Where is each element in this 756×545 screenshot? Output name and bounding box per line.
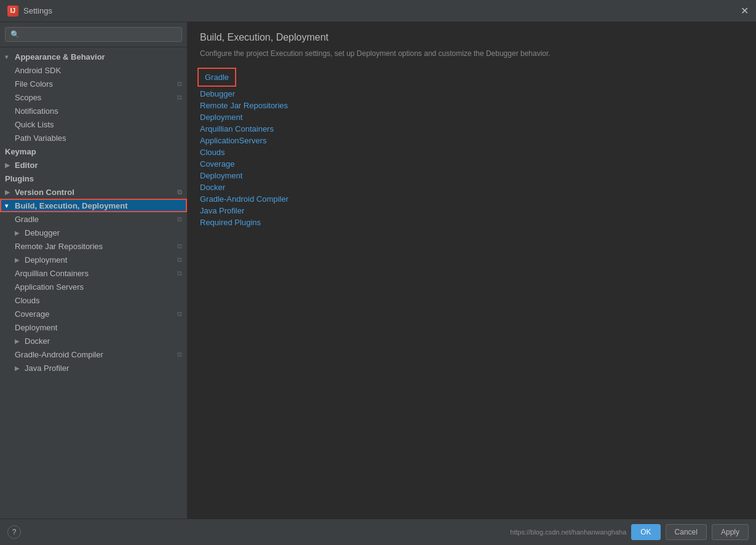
expand-icon: ▶ — [15, 338, 22, 344]
panel-link-coverage[interactable]: Coverage — [200, 158, 744, 170]
sidebar-item-editor[interactable]: ▶ Editor — [0, 158, 187, 172]
expand-icon: ▶ — [5, 189, 12, 196]
panel-link-deployment2[interactable]: Deployment — [200, 170, 744, 181]
sidebar-tree: ▾ Appearance & Behavior Android SDK File… — [0, 47, 187, 519]
gradle-link-wrapper: Gradle — [200, 70, 744, 86]
copy-icon: ⧉ — [177, 93, 182, 101]
sidebar-item-label: Application Servers — [15, 282, 84, 292]
copy-icon: ⧉ — [177, 215, 182, 223]
sidebar-item-label: Deployment — [15, 323, 57, 332]
sidebar-item-label: Debugger — [25, 228, 60, 237]
sidebar-item-debugger[interactable]: ▶ Debugger — [0, 226, 187, 239]
right-panel: Build, Execution, Deployment Configure t… — [188, 22, 756, 519]
sidebar-item-version-control[interactable]: ▶ Version Control ⧉ — [0, 185, 187, 199]
panel-link-clouds[interactable]: Clouds — [200, 146, 744, 158]
bottom-bar: ? https://blog.csdn.net/hanhanwanghaha O… — [0, 519, 756, 545]
panel-link-java-profiler[interactable]: Java Profiler — [200, 205, 744, 217]
close-button[interactable]: ✕ — [741, 5, 749, 17]
expand-icon: ▶ — [15, 365, 22, 372]
sidebar-item-label: Scopes — [15, 93, 41, 102]
sidebar-item-deployment[interactable]: ▶ Deployment ⧉ — [0, 253, 187, 266]
sidebar-item-java-profiler[interactable]: ▶ Java Profiler — [0, 361, 187, 375]
sidebar-item-label: Version Control — [15, 188, 74, 197]
expand-icon: ▶ — [15, 229, 22, 236]
sidebar-item-label: Plugins — [5, 174, 34, 183]
sidebar: ▾ Appearance & Behavior Android SDK File… — [0, 22, 188, 519]
search-input[interactable] — [5, 27, 182, 42]
sidebar-item-coverage[interactable]: Coverage ⧉ — [0, 307, 187, 320]
sidebar-item-label: Gradle-Android Compiler — [15, 350, 103, 359]
sidebar-item-label: Keymap — [5, 147, 36, 156]
url-hint: https://blog.csdn.net/hanhanwanghaha — [510, 528, 626, 536]
sidebar-item-remote-jar-repos[interactable]: Remote Jar Repositories ⧉ — [0, 239, 187, 253]
search-box — [0, 22, 187, 47]
title-bar-left: IJ Settings — [7, 6, 52, 17]
sidebar-item-label: Notifications — [15, 106, 58, 116]
sidebar-item-scopes[interactable]: Scopes ⧉ — [0, 90, 187, 104]
settings-window: IJ Settings ✕ ▾ Appearance & Behavior An… — [0, 0, 756, 545]
expand-icon: ▶ — [15, 257, 22, 263]
sidebar-item-label: Gradle — [15, 215, 39, 224]
bottom-right: https://blog.csdn.net/hanhanwanghaha OK … — [510, 524, 749, 540]
copy-icon: ⧉ — [177, 310, 182, 318]
sidebar-item-label: Java Profiler — [25, 364, 69, 373]
copy-icon: ⧉ — [177, 80, 182, 88]
panel-link-remote-jar-repos[interactable]: Remote Jar Repositories — [200, 100, 744, 111]
copy-icon: ⧉ — [177, 269, 182, 277]
copy-icon: ⧉ — [177, 242, 182, 250]
panel-link-application-servers[interactable]: ApplicationServers — [200, 135, 744, 146]
help-button[interactable]: ? — [7, 525, 21, 539]
panel-title: Build, Execution, Deployment — [200, 32, 744, 43]
sidebar-item-plugins[interactable]: Plugins — [0, 172, 187, 185]
sidebar-item-label: Coverage — [15, 309, 49, 319]
sidebar-item-label: Android SDK — [15, 66, 61, 75]
sidebar-item-label: Arquillian Containers — [15, 269, 89, 278]
sidebar-item-appearance-behavior[interactable]: ▾ Appearance & Behavior — [0, 50, 187, 63]
sidebar-item-path-variables[interactable]: Path Variables — [0, 131, 187, 145]
sidebar-item-label: Build, Execution, Deployment — [15, 201, 127, 210]
sidebar-item-label: Docker — [25, 336, 50, 346]
panel-link-debugger[interactable]: Debugger — [200, 88, 744, 100]
sidebar-item-clouds[interactable]: Clouds — [0, 293, 187, 307]
apply-button[interactable]: Apply — [712, 524, 749, 540]
panel-link-docker[interactable]: Docker — [200, 181, 744, 193]
sidebar-item-label: File Colors — [15, 79, 53, 89]
window-title: Settings — [23, 6, 52, 15]
copy-icon: ⧉ — [177, 351, 182, 359]
sidebar-item-keymap[interactable]: Keymap — [0, 145, 187, 158]
main-content: ▾ Appearance & Behavior Android SDK File… — [0, 22, 756, 519]
sidebar-item-label: Clouds — [15, 296, 39, 305]
copy-icon: ⧉ — [177, 188, 182, 196]
sidebar-item-label: Remote Jar Repositories — [15, 242, 103, 251]
panel-description: Configure the project Execution settings… — [200, 48, 744, 59]
panel-header: Build, Execution, Deployment Configure t… — [188, 22, 756, 64]
ok-button[interactable]: OK — [631, 524, 660, 540]
sidebar-item-gradle-android-compiler[interactable]: Gradle-Android Compiler ⧉ — [0, 348, 187, 361]
panel-links: Gradle Debugger Remote Jar Repositories … — [188, 64, 756, 519]
bottom-left: ? — [7, 525, 21, 539]
expand-icon: ▾ — [5, 202, 12, 209]
expand-icon: ▾ — [5, 54, 12, 60]
sidebar-item-gradle[interactable]: Gradle ⧉ — [0, 212, 187, 226]
sidebar-item-arquillian-containers[interactable]: Arquillian Containers ⧉ — [0, 266, 187, 280]
sidebar-item-label: Quick Lists — [15, 120, 54, 129]
sidebar-item-build-exec-deploy[interactable]: ▾ Build, Execution, Deployment — [0, 199, 187, 212]
sidebar-item-quick-lists[interactable]: Quick Lists — [0, 117, 187, 131]
panel-link-arquillian-containers[interactable]: Arquillian Containers — [200, 123, 744, 135]
sidebar-item-deployment2[interactable]: Deployment — [0, 320, 187, 334]
panel-link-required-plugins[interactable]: Required Plugins — [200, 217, 744, 228]
cancel-button[interactable]: Cancel — [666, 524, 707, 540]
sidebar-item-label: Appearance & Behavior — [15, 52, 105, 62]
sidebar-item-notifications[interactable]: Notifications — [0, 104, 187, 117]
sidebar-item-application-servers[interactable]: Application Servers — [0, 280, 187, 293]
panel-link-gradle[interactable]: Gradle — [200, 70, 234, 84]
copy-icon: ⧉ — [177, 256, 182, 264]
app-icon: IJ — [7, 6, 18, 17]
sidebar-item-label: Editor — [15, 161, 38, 170]
sidebar-item-docker[interactable]: ▶ Docker — [0, 334, 187, 348]
panel-link-gradle-android-compiler[interactable]: Gradle-Android Compiler — [200, 193, 744, 205]
sidebar-item-android-sdk[interactable]: Android SDK — [0, 63, 187, 77]
sidebar-item-file-colors[interactable]: File Colors ⧉ — [0, 77, 187, 90]
expand-icon: ▶ — [5, 162, 12, 169]
panel-link-deployment[interactable]: Deployment — [200, 111, 744, 123]
